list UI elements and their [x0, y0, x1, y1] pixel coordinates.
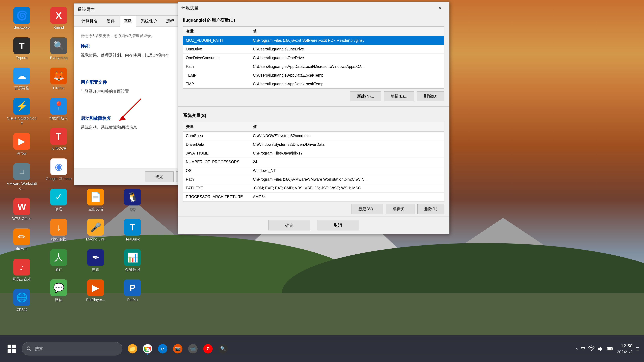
sys-new-btn[interactable]: 新建(W)...: [352, 204, 383, 214]
user-var-row-2[interactable]: OneDriveConsumer C:\Users\liuguangle\One…: [183, 54, 444, 62]
sys-var-row-6[interactable]: PATHEXT .COM;.EXE;.BAT;.CMD;.VBS;.VBE;.J…: [183, 184, 444, 193]
sys-var-row-0[interactable]: ComSpec C:\WINDOWS\system32\cmd.exe: [183, 132, 444, 140]
desktop-icon-map[interactable]: 📍 地图导航人: [42, 96, 76, 123]
tray-chevron-icon[interactable]: ∧: [575, 347, 578, 351]
tab-computer-name[interactable]: 计算机名: [77, 15, 102, 26]
user-var-row-3[interactable]: Path C:\Users\liuguangle\AppData\Local\M…: [183, 62, 444, 71]
desktop-icon-sougou[interactable]: ↓ 搜狗下载: [42, 217, 76, 244]
taskbar-screenshot[interactable]: 📷: [171, 342, 184, 356]
desktop-icon-zhixi[interactable]: ✒ 志喜: [79, 247, 112, 274]
desktop-icon-desktopio[interactable]: 🌀 desktopio: [5, 5, 38, 32]
user-var-val-0: C:\Program Files (x86)\Foxit Software\Fo…: [253, 38, 442, 43]
taskbar-search[interactable]: [22, 342, 122, 356]
sys-var-row-1[interactable]: DriverData C:\Windows\System32\Drivers\D…: [183, 140, 444, 149]
user-vars-section-label: liuguanglei 的用户变量(U): [178, 14, 449, 26]
tab-hardware[interactable]: 硬件: [102, 15, 119, 26]
desktop-icon-xmind[interactable]: X Xmind: [42, 5, 76, 32]
taskbar-chrome[interactable]: [141, 342, 154, 356]
chrome-active-indicator: [147, 354, 148, 355]
system-vars-table-header: 变量 值: [183, 122, 444, 132]
desktop-icon-pixpin[interactable]: P PicPin: [116, 277, 149, 304]
tab-system-protection[interactable]: 系统保护: [137, 15, 161, 26]
sys-col-val-header: 值: [253, 124, 442, 129]
tab-advanced[interactable]: 高级: [120, 15, 136, 27]
desktop-icon-maono[interactable]: 🎤 Maono Link: [79, 217, 112, 244]
taskbar-time: 12:50: [617, 343, 632, 349]
tray-language-indicator: 中: [581, 346, 585, 352]
user-col-val-header: 值: [253, 29, 442, 34]
desktop-icon-drawio[interactable]: ✏ draw.io: [5, 226, 38, 253]
user-var-val-2: C:\Users\liuguangle\OneDrive: [253, 56, 442, 60]
envvars-ok-btn[interactable]: 确定: [268, 220, 310, 230]
user-var-name-4: TEMP: [186, 73, 253, 78]
taskbar-right: ∧ 中 12:50 2024/1/2 □: [575, 343, 639, 355]
sys-var-val-6: .COM;.EXE;.BAT;.CMD;.VBS;.VBE;.JS;.JSE;.…: [253, 186, 442, 190]
envvars-cancel-btn[interactable]: 取消: [317, 220, 359, 230]
sys-col-name-header: 变量: [186, 124, 253, 129]
taskbar-yandex[interactable]: Я: [201, 342, 215, 356]
sys-var-row-4[interactable]: OS Windows_NT: [183, 166, 444, 175]
svg-line-18: [30, 349, 31, 351]
sys-var-val-3: 24: [253, 160, 442, 164]
desktop-icon-qq[interactable]: 🐧 QQ: [116, 187, 149, 214]
desktop-icon-netease[interactable]: ♪ 网易云音乐: [5, 257, 38, 284]
desktop-icon-everything[interactable]: 🔍 Everything: [42, 35, 76, 62]
user-var-val-3: C:\Users\liuguangle\AppData\Local\Micros…: [253, 64, 442, 69]
desktop-icon-vmware[interactable]: □ VMware Workstatio...: [5, 161, 38, 193]
desktop-icon-chrome[interactable]: ◉ Google Chrome: [42, 156, 76, 183]
sys-var-row-5[interactable]: Path C:\Program Files (x86)\VMware\VMwar…: [183, 175, 444, 184]
envvars-close-btn[interactable]: ×: [434, 2, 446, 14]
tab-remote[interactable]: 远程: [162, 15, 178, 26]
taskbar-file-explorer[interactable]: 📁: [126, 342, 139, 356]
sys-var-val-0: C:\WINDOWS\system32\cmd.exe: [253, 134, 442, 138]
user-edit-btn[interactable]: 编辑(E)...: [384, 91, 414, 101]
sysprops-ok-btn[interactable]: 确定: [145, 171, 174, 182]
sys-var-val-5: C:\Program Files (x86)\VMware\VMware Wor…: [253, 177, 442, 182]
svg-point-21: [146, 348, 149, 350]
desktop-icon-baidu[interactable]: ☁ 百度网盘: [5, 65, 38, 92]
taskbar-everything[interactable]: 🔍: [216, 342, 230, 356]
desktop-icon-draw[interactable]: ▶ arrow: [5, 131, 38, 158]
desktop-icon-potplayer[interactable]: ▶ PotPlayer...: [79, 277, 112, 304]
user-delete-btn[interactable]: 删除(D): [417, 91, 444, 101]
user-vars-table: 变量 值 MOZ_PLUGIN_PATH C:\Program Files (x…: [183, 26, 444, 89]
sys-var-row-7[interactable]: PROCESSOR_ARCHITECTURE AMD64: [183, 193, 444, 201]
taskbar-date: 2024/1/2: [617, 349, 632, 355]
desktop-icon-wps[interactable]: W WPS Office: [5, 196, 38, 223]
user-var-row-1[interactable]: OneDrive C:\Users\liuguangle\OneDrive: [183, 45, 444, 54]
desktop-icon-typora[interactable]: T Typora: [5, 35, 38, 62]
taskbar-time-display[interactable]: 12:50 2024/1/2: [617, 343, 632, 355]
sys-var-val-2: C:\Program Files\Java\jdk-17: [253, 151, 442, 156]
envvars-title: 环境变量: [181, 5, 434, 11]
user-var-row-4[interactable]: TEMP C:\Users\liuguangle\AppData\Local\T…: [183, 71, 444, 80]
taskbar-edge[interactable]: e: [156, 342, 170, 356]
user-var-row-5[interactable]: TMP C:\Users\liuguangle\AppData\Local\Te…: [183, 80, 444, 88]
desktop-icon-todolist[interactable]: T TeaDusk: [116, 217, 149, 244]
sys-delete-btn[interactable]: 删除(L): [418, 204, 444, 214]
taskbar-camera[interactable]: 📹: [186, 342, 200, 356]
desktop-icon-jinshan[interactable]: 📄 金山文档: [79, 187, 112, 214]
notification-icon[interactable]: □: [636, 346, 639, 352]
desktop-icon-wechat[interactable]: 💬 微信: [42, 277, 76, 304]
desktop-icon-firefox[interactable]: 🦊 Firefox: [42, 65, 76, 92]
start-button[interactable]: [5, 342, 18, 356]
desktop-icon-ocr[interactable]: T 天若OCR: [42, 126, 76, 153]
system-tray: ∧ 中: [575, 346, 614, 352]
desktop-icon-browser[interactable]: 🌐 浏览器: [5, 287, 38, 314]
search-input[interactable]: [35, 346, 118, 351]
user-var-row-0[interactable]: MOZ_PLUGIN_PATH C:\Program Files (x86)\F…: [183, 36, 444, 45]
desktop-icon-vscode[interactable]: ⚡ Visual Studio Code: [5, 96, 38, 128]
user-col-name-header: 变量: [186, 29, 253, 34]
user-var-val-1: C:\Users\liuguangle\OneDrive: [253, 47, 442, 51]
sys-var-row-2[interactable]: JAVA_HOME C:\Program Files\Java\jdk-17: [183, 149, 444, 158]
user-vars-buttons: 新建(N)... 编辑(E)... 删除(D): [178, 89, 449, 104]
desktop-icon-finance[interactable]: 📊 金融数据: [116, 247, 149, 274]
user-new-btn[interactable]: 新建(N)...: [350, 91, 381, 101]
envvars-divider: [178, 106, 449, 107]
system-vars-buttons: 新建(W)... 编辑(I)... 删除(L): [178, 201, 449, 217]
envvars-window-controls: ×: [434, 2, 446, 14]
desktop-icon-dida[interactable]: ✓ 嘀嗒: [42, 187, 76, 214]
desktop-icon-tongren[interactable]: 人 通仁: [42, 247, 76, 274]
sys-var-row-3[interactable]: NUMBER_OF_PROCESSORS 24: [183, 158, 444, 166]
sys-edit-btn[interactable]: 编辑(I)...: [386, 204, 415, 214]
